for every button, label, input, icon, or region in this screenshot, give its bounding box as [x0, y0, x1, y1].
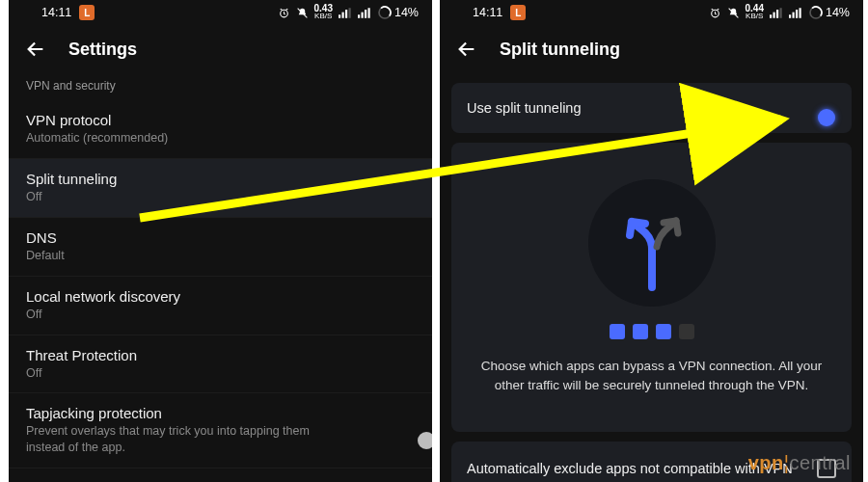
svg-rect-5 [358, 14, 360, 18]
row-title: Local network discovery [26, 288, 415, 305]
signal-icon [770, 8, 783, 18]
row-title: DNS [26, 229, 415, 246]
row-title: Tapjacking protection [26, 405, 415, 421]
row-sub: Off [26, 189, 415, 205]
svg-rect-14 [779, 8, 781, 18]
svg-rect-6 [361, 12, 363, 17]
row-sub: Default [26, 248, 415, 264]
section-label-vpn: VPN and security [9, 73, 432, 100]
page-title: Split tunneling [500, 40, 620, 60]
mute-icon [296, 7, 309, 19]
row-unsafe-wifi[interactable]: Unsafe Wi-Fi detection Get alerts when c… [9, 468, 432, 482]
status-time: 14:11 [41, 6, 71, 19]
dot-3 [656, 324, 671, 339]
settings-list: VPN protocol Automatic (recommended) Spl… [9, 100, 432, 482]
settings-header: Settings [9, 25, 432, 73]
battery-ring-icon [808, 5, 824, 20]
row-sub: Off [26, 307, 415, 323]
signal-icon [339, 8, 352, 18]
row-sub: Off [26, 365, 415, 382]
svg-rect-16 [792, 12, 794, 17]
svg-rect-7 [365, 10, 366, 18]
signal2-icon [789, 8, 802, 18]
back-button[interactable] [455, 38, 478, 61]
page-title: Settings [68, 40, 137, 60]
alarm-icon [278, 7, 290, 19]
dot-4 [679, 324, 694, 339]
row-threat-protection[interactable]: Threat Protection Off [9, 335, 432, 393]
dot-2 [633, 324, 648, 339]
status-bar: 14:11 L 0.44KB/S 14% [440, 0, 863, 25]
svg-rect-13 [776, 10, 778, 18]
status-badge-icon: L [510, 5, 526, 20]
row-title: VPN protocol [26, 112, 415, 128]
row-sub: Prevent overlays that may trick you into… [26, 423, 415, 456]
svg-rect-15 [789, 14, 791, 18]
split-info-text: Choose which apps can bypass a VPN conne… [467, 357, 836, 396]
mute-icon [727, 7, 740, 19]
svg-rect-17 [796, 10, 798, 18]
signal2-icon [358, 8, 371, 18]
back-button[interactable] [24, 38, 47, 61]
net-rate: 0.44KB/S [746, 5, 764, 20]
pager-dots [610, 324, 694, 339]
svg-rect-2 [341, 12, 343, 17]
svg-rect-3 [345, 10, 347, 18]
row-local-network[interactable]: Local network discovery Off [9, 276, 432, 335]
svg-rect-8 [367, 8, 369, 18]
row-title: Threat Protection [26, 347, 415, 363]
battery-pct: 14% [394, 6, 419, 19]
split-header: Split tunneling [440, 25, 863, 73]
status-badge-icon: L [79, 5, 95, 20]
split-icon [588, 179, 716, 307]
battery-ring-icon [377, 5, 393, 20]
phone-split-tunneling-screen: 14:11 L 0.44KB/S 14% Split tunneling Use… [440, 0, 863, 482]
net-rate: 0.43KB/S [314, 5, 333, 20]
row-dns[interactable]: DNS Default [9, 217, 432, 276]
row-title: Split tunneling [26, 171, 415, 187]
row-vpn-protocol[interactable]: VPN protocol Automatic (recommended) [9, 100, 432, 158]
dot-1 [610, 324, 625, 339]
row-tapjacking[interactable]: Tapjacking protection Prevent overlays t… [9, 392, 432, 468]
status-time: 14:11 [473, 6, 502, 19]
row-split-tunneling[interactable]: Split tunneling Off [9, 158, 432, 217]
svg-rect-18 [799, 8, 800, 18]
svg-rect-12 [773, 12, 774, 17]
svg-rect-1 [339, 14, 340, 18]
status-bar: 14:11 L 0.43KB/S 14% [9, 0, 432, 25]
phone-settings-screen: 14:11 L 0.43KB/S 14% Settings VPN and se… [9, 0, 432, 482]
watermark: vpn¦central [748, 452, 851, 474]
use-split-label: Use split tunneling [467, 100, 582, 116]
row-sub: Automatic (recommended) [26, 130, 415, 147]
svg-rect-11 [770, 14, 772, 18]
use-split-tunneling-row[interactable]: Use split tunneling [451, 83, 852, 133]
alarm-icon [709, 7, 721, 19]
split-illustration-card: Choose which apps can bypass a VPN conne… [451, 143, 852, 432]
battery-pct: 14% [826, 6, 850, 19]
svg-rect-4 [348, 8, 350, 18]
